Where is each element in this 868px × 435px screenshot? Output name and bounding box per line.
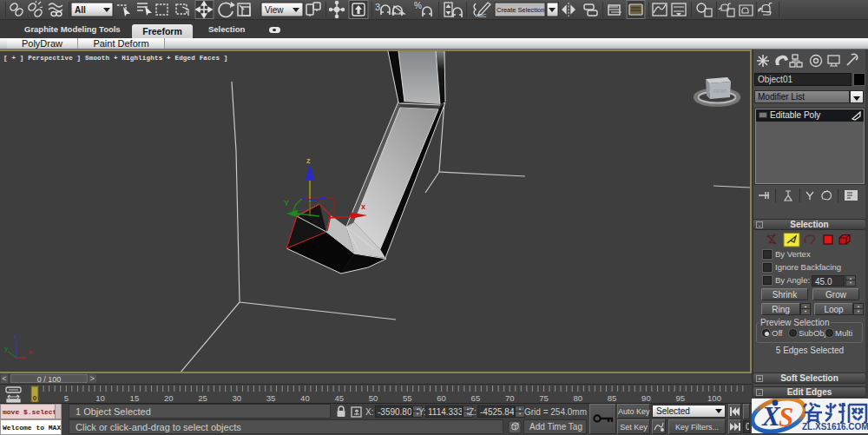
svg-text:25: 25: [198, 393, 207, 403]
svg-text:75: 75: [539, 393, 549, 403]
svg-text:55: 55: [403, 393, 412, 403]
svg-text:z: z: [306, 156, 311, 165]
svg-text:View: View: [265, 5, 284, 15]
svg-text:0: 0: [33, 394, 37, 402]
svg-text:S: S: [779, 402, 793, 432]
svg-text:60: 60: [437, 393, 446, 403]
svg-text:10: 10: [95, 393, 105, 403]
svg-text:80: 80: [574, 393, 583, 403]
svg-text:45: 45: [334, 393, 344, 403]
svg-text:3: 3: [375, 2, 380, 12]
svg-text:z: z: [14, 333, 17, 340]
svg-text:%: %: [414, 1, 422, 10]
svg-text:ABC: ABC: [476, 13, 487, 18]
svg-text:Y: Y: [284, 199, 289, 208]
svg-text:40: 40: [300, 393, 310, 403]
svg-text:70: 70: [505, 393, 515, 403]
svg-text:5: 5: [64, 393, 69, 403]
svg-text:95: 95: [675, 393, 685, 403]
svg-text:x: x: [29, 348, 33, 356]
svg-text:15: 15: [130, 393, 140, 403]
svg-text:35: 35: [266, 393, 276, 403]
svg-text:85: 85: [608, 393, 617, 403]
svg-text:100: 100: [707, 393, 721, 403]
svg-text:65: 65: [471, 393, 481, 403]
svg-text:50: 50: [369, 393, 378, 403]
svg-text:FRONT: FRONT: [713, 89, 727, 94]
svg-text:30: 30: [233, 393, 242, 403]
svg-text:x: x: [361, 202, 365, 211]
svg-text:All: All: [75, 5, 86, 15]
svg-text:20: 20: [164, 393, 174, 403]
svg-text:Create Selection Se: Create Selection Se: [496, 6, 555, 14]
svg-text:90: 90: [641, 393, 651, 403]
